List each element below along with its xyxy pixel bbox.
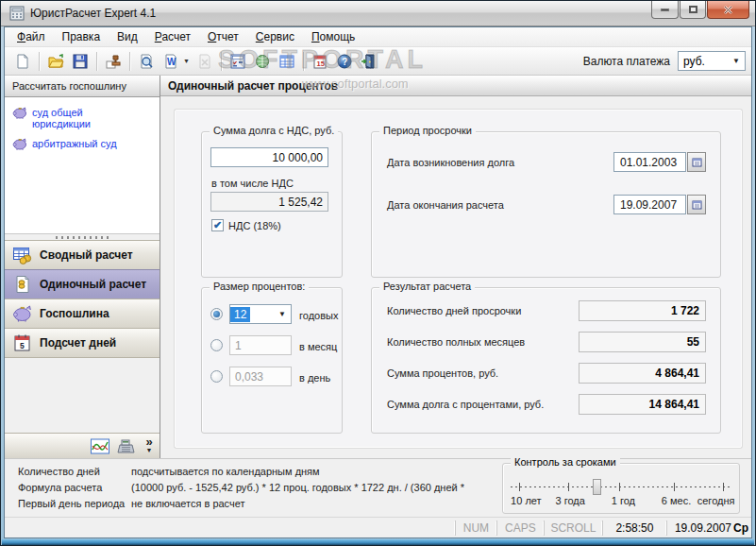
nav-label: Сводный расчет: [40, 248, 133, 262]
deadline-slider-track[interactable]: [511, 486, 731, 487]
calendar-button[interactable]: 15: [308, 50, 332, 73]
num-lock-indicator: NUM: [455, 520, 496, 536]
menu-edit[interactable]: Правка: [54, 28, 109, 45]
menu-report[interactable]: Отчет: [199, 28, 247, 45]
menu-calculation[interactable]: Расчет: [146, 28, 199, 45]
info-value: подсчитывается по календарным дням: [131, 466, 320, 477]
svg-text:15: 15: [316, 59, 324, 67]
info-value: не включается в расчет: [131, 498, 245, 509]
total-sum-field: 14 864,41: [579, 394, 706, 415]
toolbar-separator: [221, 52, 222, 71]
start-date-input[interactable]: 01.01.2003: [613, 152, 686, 172]
sidebar-tree: суд общей юрисдикции арбитражный суд: [5, 97, 160, 233]
vat-checkbox[interactable]: ✔: [211, 219, 224, 231]
help-button[interactable]: ?: [332, 50, 357, 73]
open-button[interactable]: [43, 50, 68, 73]
nav-single-calc[interactable]: Одиночный расчет: [5, 269, 160, 299]
calc-settings-icon: [229, 53, 246, 70]
rate-group-title: Размер процентов:: [210, 281, 309, 292]
calendar-icon: [692, 199, 702, 210]
client-area: Файл Правка Вид Расчет Отчет Сервис Помо…: [4, 26, 752, 538]
refinance-globe-button[interactable]: [250, 50, 275, 73]
slider-label: 10 лет: [511, 495, 542, 506]
calc-settings-button[interactable]: [226, 50, 250, 73]
help-icon: ?: [336, 53, 353, 70]
more-buttons-chevron[interactable]: »▼: [143, 437, 156, 455]
currency-label: Валюта платежа: [583, 55, 670, 68]
menu-help[interactable]: Помощь: [303, 28, 363, 45]
exit-button[interactable]: [357, 50, 381, 73]
start-date-calendar-button[interactable]: [687, 152, 706, 172]
link-arbitration-court[interactable]: арбитражный суд: [12, 138, 156, 150]
annual-rate-select[interactable]: 12 ▼: [229, 304, 292, 324]
toolbar-separator: [129, 52, 130, 71]
daily-radio[interactable]: [210, 370, 223, 383]
export-word-button[interactable]: W: [159, 50, 183, 73]
info-row: Первый день периода не включается в расч…: [18, 498, 245, 509]
rates-table-button[interactable]: [275, 50, 299, 73]
monthly-rate-value: 1: [235, 339, 242, 352]
info-label: Количество дней: [18, 466, 131, 477]
chart-icon[interactable]: [90, 437, 110, 455]
end-date-field: 19.09.2007: [613, 195, 706, 214]
annual-radio[interactable]: [210, 308, 223, 320]
info-value: (10000 руб. - 1525,42 руб.) * 12 проц. г…: [131, 482, 464, 493]
print-preview-button[interactable]: [134, 50, 159, 73]
page-title-bar: Одиночный расчет процентов www.softporta…: [160, 76, 751, 96]
menu-view[interactable]: Вид: [109, 28, 146, 45]
app-calculator-icon: [9, 6, 25, 21]
link-label: арбитражный суд: [32, 138, 117, 150]
vat-checkbox-row[interactable]: ✔ НДС (18%): [211, 219, 281, 231]
nav-label: Подсчет дней: [40, 336, 116, 350]
vat-checkbox-label: НДС (18%): [228, 220, 281, 231]
debt-group: Сумма долга с НДС, руб. 10 000,00 в том …: [201, 131, 343, 278]
maximize-button[interactable]: [680, 1, 706, 19]
calendar-icon: [692, 157, 702, 167]
menu-file[interactable]: Файл: [8, 28, 54, 45]
save-button[interactable]: [68, 50, 92, 73]
cash-register-icon[interactable]: [116, 437, 137, 455]
window-title: ЮристРасчет Expert 4.1: [30, 7, 156, 20]
requisites-button[interactable]: [101, 50, 126, 73]
nav-day-count[interactable]: 5 Подсчет дней: [5, 328, 160, 358]
start-date-value: 01.01.2003: [620, 156, 677, 169]
close-button[interactable]: [707, 1, 749, 19]
end-date-input[interactable]: 19.09.2007: [613, 195, 686, 214]
link-label: суд общей юрисдикции: [32, 107, 119, 129]
nav-state-duty[interactable]: Госпошлина: [5, 299, 160, 329]
rates-table-icon: [278, 53, 295, 70]
minimize-button[interactable]: [651, 1, 679, 19]
splitter-grip-icon: [56, 236, 109, 239]
caps-lock-indicator: CAPS: [496, 520, 544, 536]
export-word-icon: W: [162, 53, 179, 70]
rate-group: Размер процентов: 12 ▼ годовых: [201, 287, 343, 434]
monthly-radio[interactable]: [210, 339, 223, 351]
start-date-field: 01.01.2003: [613, 152, 706, 172]
chevron-down-icon: ▼: [728, 57, 745, 65]
toolbar-separator: [96, 52, 97, 71]
result-group-title: Результат расчета: [379, 281, 475, 292]
total-sum-value: 14 864,41: [649, 398, 699, 411]
deadline-control-title: Контроль за сроками: [511, 456, 620, 468]
menu-service[interactable]: Сервис: [247, 28, 303, 45]
end-date-label: Дата окончания расчета: [387, 199, 504, 211]
currency-select[interactable]: руб. ▼: [678, 51, 746, 71]
deadline-slider-labels: 10 лет 3 года 1 год 6 мес. сегодня: [511, 495, 731, 508]
calc-panel: Сумма долга с НДС, руб. 10 000,00 в том …: [175, 110, 742, 448]
daily-rate-label: в день: [299, 372, 330, 384]
debt-amount-input[interactable]: 10 000,00: [210, 147, 328, 167]
status-bar: NUM CAPS SCROLL 2:58:50 19.09.2007 Ср: [5, 517, 751, 537]
nav-summary-calc[interactable]: Сводный расчет: [5, 240, 160, 270]
end-date-calendar-button[interactable]: [687, 195, 706, 214]
toolbar-separator: [39, 52, 40, 71]
deadline-slider-thumb[interactable]: [593, 479, 601, 495]
slider-tick: [568, 483, 569, 491]
calendar-5-icon: 5: [12, 333, 33, 352]
requisites-stamp-icon: [105, 53, 122, 70]
nav-label: Одиночный расчет: [40, 278, 146, 291]
new-document-button[interactable]: [10, 50, 35, 73]
link-common-court[interactable]: суд общей юрисдикции: [12, 107, 156, 129]
export-dropdown-arrow[interactable]: ▼: [183, 58, 193, 64]
days-overdue-value: 1 722: [671, 304, 699, 317]
annual-rate-label: годовых: [299, 310, 338, 321]
